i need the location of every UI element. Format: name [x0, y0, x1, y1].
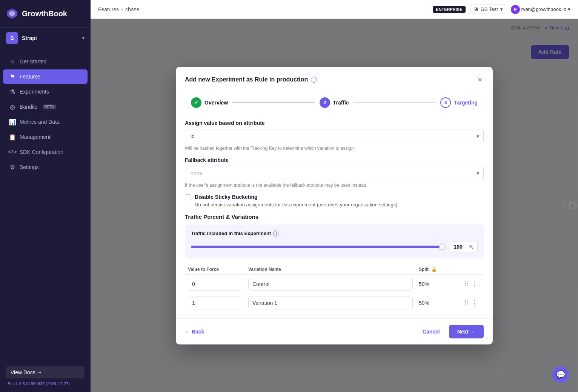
step-1-label: Overview	[204, 100, 228, 106]
breadcrumb-page[interactable]: chase	[125, 6, 139, 12]
workspace-selector[interactable]: S Strapi ▾	[0, 27, 91, 49]
traffic-box: Traffic included in this Experiment i	[185, 224, 484, 258]
step-line-1	[232, 102, 315, 103]
sidebar-item-sdk[interactable]: </> SDK Configuration	[3, 145, 88, 159]
sidebar-footer: View Docs → Build: 3.3.0+f69df37 (2024-1…	[0, 360, 91, 392]
percent-input[interactable]	[454, 244, 467, 250]
modal-overlay: Add new Experiment as Rule in production…	[91, 19, 578, 392]
traffic-info-icon[interactable]: i	[273, 231, 279, 237]
col-header-force: Value to Force	[185, 264, 245, 275]
sidebar-item-experiments[interactable]: ⚗ Experiments	[3, 85, 88, 99]
breadcrumb-separator: ›	[121, 6, 123, 12]
sidebar-item-label: Features	[20, 74, 40, 80]
sticky-bucketing-section: Disable Sticky Bucketing Do not persist …	[185, 194, 484, 208]
fallback-attribute-select-wrapper: none ▾	[185, 166, 484, 180]
assign-attribute-select[interactable]: id	[185, 129, 484, 143]
step-overview: ✓ Overview	[191, 97, 228, 108]
steps-indicator: ✓ Overview 2 Traffic 3 Targeting	[176, 91, 493, 114]
slider-row: %	[191, 241, 478, 252]
variation-1-name-input[interactable]	[248, 297, 413, 309]
sidebar: GrowthBook S Strapi ▾ ○ Get Started ⚑ Fe…	[0, 0, 91, 392]
sidebar-item-label: Management	[20, 134, 51, 140]
variation-0-value-input[interactable]	[188, 278, 242, 291]
col-header-split: Split 🔒	[416, 264, 461, 275]
assign-attribute-select-wrapper: id ▾	[185, 129, 484, 143]
modal-body: Assign value based on attribute id ▾ Wil…	[176, 114, 493, 318]
step-3-label: Targeting	[454, 100, 478, 106]
chat-bubble-button[interactable]: 💬	[552, 366, 569, 383]
logo-text: GrowthBook	[22, 9, 67, 18]
settings-icon: ⚙	[9, 164, 16, 171]
drag-handle-icon[interactable]: ⠿	[464, 299, 469, 306]
build-link: Build: 3.3.0+f69df37 (2024-12-27)	[8, 381, 70, 386]
org-selector[interactable]: 🖥 GB Test ▾	[470, 5, 506, 14]
sticky-bucketing-checkbox-row: Disable Sticky Bucketing	[185, 194, 484, 200]
more-options-icon[interactable]: ⋮	[471, 299, 478, 307]
variation-1-value-input[interactable]	[188, 297, 242, 309]
fallback-attribute-hint: If the user's assignment attribute is no…	[185, 183, 484, 188]
sidebar-item-management[interactable]: 📋 Management	[3, 130, 88, 144]
cancel-button[interactable]: Cancel	[417, 326, 446, 338]
view-docs-button[interactable]: View Docs →	[6, 366, 85, 378]
drag-handle-icon[interactable]: ⠿	[464, 280, 469, 287]
sidebar-item-label: Settings	[20, 164, 39, 170]
bandits-icon: ◎	[9, 103, 16, 110]
sidebar-item-bandits[interactable]: ◎ Bandits BETA	[3, 100, 88, 114]
experiments-icon: ⚗	[9, 88, 16, 95]
variation-0-name-input[interactable]	[248, 278, 413, 291]
next-button[interactable]: Next →	[449, 325, 484, 338]
traffic-section-title: Traffic Percent & Variations	[185, 214, 484, 220]
traffic-slider-thumb[interactable]	[439, 244, 445, 250]
enterprise-badge: ENTERPRISE	[433, 6, 465, 13]
sidebar-item-metrics[interactable]: 📊 Metrics and Data	[3, 115, 88, 129]
lock-icon[interactable]: 🔒	[431, 267, 437, 272]
sidebar-item-label: Get Started	[20, 58, 47, 65]
sidebar-item-settings[interactable]: ⚙ Settings	[3, 160, 88, 174]
assign-attribute-label: Assign value based on attribute	[185, 120, 484, 126]
logo[interactable]: GrowthBook	[0, 0, 91, 27]
fallback-attribute-section: Fallback attribute none ▾ If the user's …	[185, 157, 484, 188]
variations-table: Value to Force Variation Name Split 🔒	[185, 264, 484, 312]
traffic-slider-track	[191, 246, 445, 248]
user-menu[interactable]: R ryan@growthbook.io ▾	[511, 5, 570, 14]
variation-0-actions: ⠿ ⋮	[464, 280, 481, 288]
variation-0-split: 50%	[419, 281, 429, 287]
fallback-attribute-select[interactable]: none	[185, 166, 484, 180]
metrics-icon: 📊	[9, 118, 16, 125]
workspace-avatar: S	[6, 32, 18, 44]
step-traffic: 2 Traffic	[320, 97, 349, 108]
features-icon: ⚑	[9, 73, 16, 80]
variation-1-actions: ⠿ ⋮	[464, 299, 481, 307]
sidebar-item-features[interactable]: ⚑ Features	[3, 69, 88, 84]
step-3-circle: 3	[440, 97, 451, 108]
close-button[interactable]: ×	[476, 74, 484, 85]
page-background: 2024, 4:26 PM ≡ View Log Add Rule Add ne…	[91, 19, 578, 392]
more-options-icon[interactable]: ⋮	[471, 280, 478, 288]
modal-footer: ← Back Cancel Next →	[176, 318, 493, 344]
variations-table-header-row: Value to Force Variation Name Split 🔒	[185, 264, 484, 275]
sticky-bucketing-label: Disable Sticky Bucketing	[195, 194, 258, 200]
sticky-bucketing-checkbox[interactable]	[185, 194, 191, 200]
traffic-slider-fill	[191, 246, 445, 248]
step-1-circle: ✓	[191, 97, 201, 108]
step-2-circle: 2	[320, 97, 330, 108]
col-header-name: Variation Name	[245, 264, 416, 275]
modal: Add new Experiment as Rule in production…	[176, 67, 493, 344]
sdk-icon: </>	[9, 149, 16, 155]
table-row: 50% ⠿ ⋮	[185, 274, 484, 294]
build-info: Build: 3.3.0+f69df37 (2024-12-27)	[6, 378, 85, 386]
sidebar-item-label: Metrics and Data	[20, 119, 60, 125]
variations-table-body: 50% ⠿ ⋮	[185, 274, 484, 312]
sidebar-item-get-started[interactable]: ○ Get Started	[3, 54, 88, 69]
breadcrumb: Features › chase	[98, 6, 139, 12]
back-button[interactable]: ← Back	[185, 329, 204, 335]
org-selector-icon: 🖥	[473, 6, 478, 12]
sidebar-nav: ○ Get Started ⚑ Features ⚗ Experiments ◎…	[0, 52, 91, 360]
fallback-attribute-label: Fallback attribute	[185, 157, 484, 163]
footer-right: Cancel Next →	[417, 325, 484, 338]
sidebar-item-label: Experiments	[20, 89, 49, 95]
breadcrumb-features[interactable]: Features	[98, 6, 119, 12]
sidebar-item-label: Bandits	[20, 104, 37, 110]
modal-header: Add new Experiment as Rule in production…	[176, 67, 493, 91]
info-icon[interactable]: i	[311, 77, 317, 83]
